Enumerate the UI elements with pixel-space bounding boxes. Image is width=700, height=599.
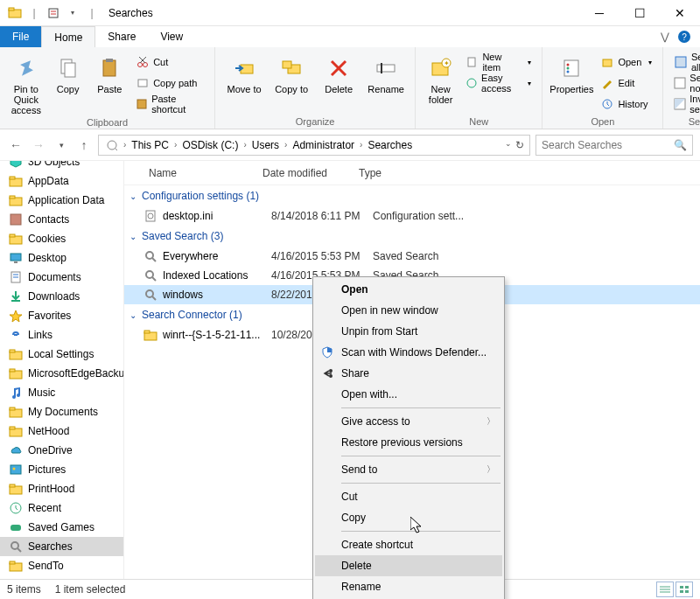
menu-item[interactable]: Send to〉 xyxy=(315,459,502,480)
tree-item[interactable]: My Documents xyxy=(0,402,123,421)
tree-item[interactable]: PrintHood xyxy=(0,479,123,498)
recent-dropdown[interactable]: ▾ xyxy=(52,136,70,154)
select-none-button[interactable]: Select none xyxy=(670,73,700,93)
col-name[interactable]: Name xyxy=(149,167,262,179)
menu-item[interactable]: Copy xyxy=(315,507,502,528)
new-item-button[interactable]: New item▾ xyxy=(462,52,535,72)
tree-item[interactable]: Application Data xyxy=(0,191,123,210)
tree-item[interactable]: SendTo xyxy=(0,556,123,575)
menu-item[interactable]: Unpin from Start xyxy=(315,321,502,342)
tree-item[interactable]: OneDrive xyxy=(0,441,123,460)
file-row[interactable]: desktop.ini8/14/2018 6:11 PMConfiguratio… xyxy=(124,206,700,226)
tree-item[interactable]: NetHood xyxy=(0,421,123,441)
tree-label: SendTo xyxy=(28,560,64,572)
move-to-button[interactable]: Move to xyxy=(222,51,266,94)
menu-item[interactable]: Scan with Windows Defender... xyxy=(315,342,502,363)
svg-line-74 xyxy=(152,258,156,261)
rename-button[interactable]: Rename xyxy=(364,51,408,94)
history-button[interactable]: History xyxy=(597,94,655,114)
invert-selection-button[interactable]: Invert selection xyxy=(670,94,700,114)
menu-item[interactable]: Delete xyxy=(315,555,502,576)
tab-view[interactable]: View xyxy=(148,26,195,47)
refresh-icon[interactable]: ↻ xyxy=(515,139,524,151)
qat-dropdown[interactable]: ▾ xyxy=(65,5,80,21)
paste-shortcut-button[interactable]: Paste shortcut xyxy=(132,94,207,114)
col-date[interactable]: Date modified xyxy=(262,167,359,179)
open-button[interactable]: Open▾ xyxy=(597,52,655,72)
tree-item[interactable]: Music xyxy=(0,383,123,402)
crumb-0[interactable]: This PC xyxy=(128,139,172,151)
tree-item[interactable]: Favorites xyxy=(0,306,123,325)
menu-label: Open in new window xyxy=(341,304,438,317)
breadcrumb[interactable]: › This PC› OSDisk (C:)› Users› Administr… xyxy=(98,135,530,156)
tab-file[interactable]: File xyxy=(0,26,41,47)
cut-button[interactable]: Cut xyxy=(132,52,207,72)
menu-item[interactable]: Create shortcut xyxy=(315,534,502,555)
tree-item[interactable]: Pictures xyxy=(0,460,123,479)
view-details-icon[interactable] xyxy=(656,582,674,597)
tree-item[interactable]: Contacts xyxy=(0,210,123,229)
tree-item[interactable]: Desktop xyxy=(0,248,123,268)
crumb-3[interactable]: Administrator xyxy=(289,139,358,151)
col-type[interactable]: Type xyxy=(359,167,481,179)
crumb-1[interactable]: OSDisk (C:) xyxy=(178,139,242,151)
file-row[interactable]: Everywhere4/16/2015 5:53 PMSaved Search xyxy=(124,247,700,266)
menu-item[interactable]: Open xyxy=(315,279,502,300)
tree-item[interactable]: Cookies xyxy=(0,229,123,248)
edit-button[interactable]: Edit xyxy=(597,73,655,93)
group-header[interactable]: ⌄Configuration settings (1) xyxy=(124,185,700,206)
crumb-2[interactable]: Users xyxy=(248,139,283,151)
tree-item[interactable]: AppData xyxy=(0,171,123,191)
forward-button[interactable]: → xyxy=(30,136,47,154)
tree-item[interactable]: Links xyxy=(0,325,123,345)
back-button[interactable]: ← xyxy=(7,136,24,154)
crumb-4[interactable]: Searches xyxy=(364,139,416,151)
new-folder-button[interactable]: ✦ New folder xyxy=(423,51,458,105)
tree-item[interactable]: MicrosoftEdgeBackups xyxy=(0,364,123,383)
ribbon: Pin to Quick access Copy Paste Cut Copy … xyxy=(0,47,700,129)
tree-item[interactable]: Saved Games xyxy=(0,518,123,537)
minimize-button[interactable]: ─ xyxy=(579,0,620,26)
menu-item[interactable]: Give access to〉 xyxy=(315,411,502,432)
easy-access-button[interactable]: Easy access▾ xyxy=(462,73,535,93)
tree-item[interactable]: Recent xyxy=(0,498,123,518)
search-input[interactable] xyxy=(542,139,674,151)
close-button[interactable]: ✕ xyxy=(660,0,700,26)
tree-item[interactable]: Searches xyxy=(0,537,123,556)
maximize-button[interactable]: ☐ xyxy=(620,0,660,26)
tab-home[interactable]: Home xyxy=(41,26,95,47)
submenu-arrow-icon: 〉 xyxy=(486,415,495,428)
menu-separator xyxy=(341,483,500,484)
column-headers[interactable]: Name Date modified Type xyxy=(124,161,700,185)
search-box[interactable]: 🔍 xyxy=(536,135,693,156)
menu-item[interactable]: Rename xyxy=(315,576,502,597)
tree-item[interactable]: Downloads xyxy=(0,287,123,306)
svg-point-81 xyxy=(329,369,332,373)
address-dropdown-icon[interactable]: ⌄ xyxy=(505,139,512,151)
file-type: Saved Search xyxy=(373,250,438,262)
ribbon-expand-icon[interactable]: ⋁ xyxy=(656,26,674,47)
view-large-icon[interactable] xyxy=(676,582,693,597)
properties-qat-icon[interactable] xyxy=(46,5,61,21)
menu-item[interactable]: Open in new window xyxy=(315,300,502,321)
up-button[interactable]: ↑ xyxy=(75,136,93,154)
tree-item[interactable]: 3D Objects xyxy=(0,161,123,171)
properties-button[interactable]: Properties xyxy=(550,51,593,94)
help-icon[interactable]: ? xyxy=(674,26,695,47)
menu-item[interactable]: Restore previous versions xyxy=(315,432,502,453)
menu-item[interactable]: Cut xyxy=(315,486,502,507)
group-header[interactable]: ⌄Saved Search (3) xyxy=(124,226,700,247)
menu-item[interactable]: Share xyxy=(315,363,502,384)
tree-item[interactable]: Documents xyxy=(0,268,123,287)
pin-quick-access-button[interactable]: Pin to Quick access xyxy=(7,51,46,115)
tree-item[interactable]: Local Settings xyxy=(0,345,123,364)
copy-path-button[interactable]: Copy path xyxy=(132,73,207,93)
select-all-button[interactable]: Select all xyxy=(670,52,700,72)
paste-button[interactable]: Paste xyxy=(90,51,129,94)
tab-share[interactable]: Share xyxy=(95,26,148,47)
copy-to-button[interactable]: Copy to xyxy=(270,51,313,94)
menu-item[interactable]: Open with... xyxy=(315,384,502,405)
nav-tree[interactable]: 3D ObjectsAppDataApplication DataContact… xyxy=(0,161,124,579)
copy-button[interactable]: Copy xyxy=(49,51,88,94)
delete-button[interactable]: Delete xyxy=(317,51,360,94)
